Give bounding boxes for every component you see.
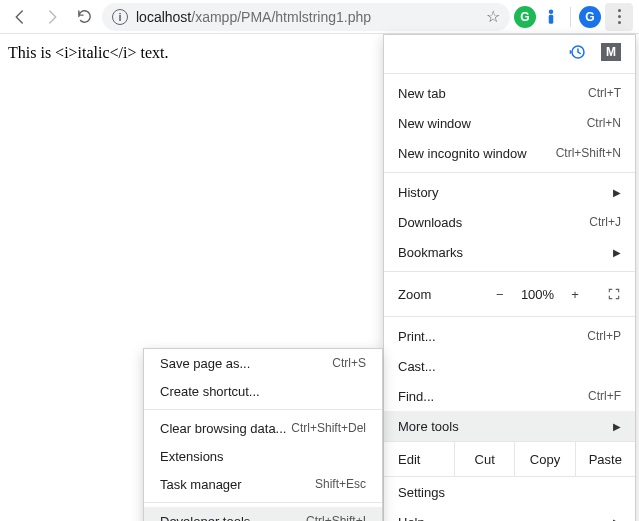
chevron-right-icon: ▶ bbox=[613, 247, 621, 258]
chrome-menu-button[interactable] bbox=[605, 3, 633, 31]
history-icon[interactable] bbox=[569, 43, 587, 61]
menu-print[interactable]: Print...Ctrl+P bbox=[384, 321, 635, 351]
menu-paste[interactable]: Paste bbox=[575, 442, 635, 476]
menu-cast[interactable]: Cast... bbox=[384, 351, 635, 381]
menu-new-window[interactable]: New windowCtrl+N bbox=[384, 108, 635, 138]
bookmark-star-icon[interactable]: ☆ bbox=[486, 7, 500, 26]
site-info-icon[interactable]: i bbox=[112, 9, 128, 25]
menu-zoom: Zoom − 100% + bbox=[384, 276, 635, 312]
menu-help[interactable]: Help▶ bbox=[384, 507, 635, 521]
extension-grammarly-icon[interactable]: G bbox=[514, 6, 536, 28]
submenu-developer-tools[interactable]: Developer toolsCtrl+Shift+I bbox=[144, 507, 382, 521]
reload-button[interactable] bbox=[70, 3, 98, 31]
menu-cut[interactable]: Cut bbox=[454, 442, 514, 476]
menu-settings[interactable]: Settings bbox=[384, 477, 635, 507]
forward-button[interactable] bbox=[38, 3, 66, 31]
svg-point-0 bbox=[549, 9, 554, 14]
toolbar-separator bbox=[570, 7, 571, 27]
menu-downloads[interactable]: DownloadsCtrl+J bbox=[384, 207, 635, 237]
menu-bookmarks[interactable]: Bookmarks▶ bbox=[384, 237, 635, 267]
chevron-right-icon: ▶ bbox=[613, 187, 621, 198]
extension-icon[interactable] bbox=[540, 6, 562, 28]
menu-incognito[interactable]: New incognito windowCtrl+Shift+N bbox=[384, 138, 635, 168]
menu-more-tools[interactable]: More tools▶ bbox=[384, 411, 635, 441]
address-bar[interactable]: i localhost/xampp/PMA/htmlstring1.php ☆ bbox=[102, 3, 510, 31]
more-tools-submenu: Save page as...Ctrl+S Create shortcut...… bbox=[143, 348, 383, 521]
zoom-out-button[interactable]: − bbox=[493, 287, 507, 302]
submenu-clear-browsing-data[interactable]: Clear browsing data...Ctrl+Shift+Del bbox=[144, 414, 382, 442]
back-button[interactable] bbox=[6, 3, 34, 31]
chevron-right-icon: ▶ bbox=[613, 517, 621, 522]
edit-label: Edit bbox=[384, 442, 454, 476]
page-text: This is <i>italic</i> text. bbox=[8, 44, 169, 61]
chrome-main-menu: M New tabCtrl+T New windowCtrl+N New inc… bbox=[383, 34, 636, 521]
menu-find[interactable]: Find...Ctrl+F bbox=[384, 381, 635, 411]
zoom-label: Zoom bbox=[398, 287, 468, 302]
zoom-in-button[interactable]: + bbox=[568, 287, 582, 302]
mega-extension-icon[interactable]: M bbox=[601, 43, 621, 61]
submenu-save-page-as[interactable]: Save page as...Ctrl+S bbox=[144, 349, 382, 377]
menu-new-tab[interactable]: New tabCtrl+T bbox=[384, 78, 635, 108]
browser-toolbar: i localhost/xampp/PMA/htmlstring1.php ☆ … bbox=[0, 0, 639, 34]
chevron-right-icon: ▶ bbox=[613, 421, 621, 432]
submenu-create-shortcut[interactable]: Create shortcut... bbox=[144, 377, 382, 405]
submenu-task-manager[interactable]: Task managerShift+Esc bbox=[144, 470, 382, 498]
profile-avatar[interactable]: G bbox=[579, 6, 601, 28]
submenu-extensions[interactable]: Extensions bbox=[144, 442, 382, 470]
zoom-level: 100% bbox=[521, 287, 554, 302]
svg-rect-1 bbox=[549, 14, 554, 23]
fullscreen-button[interactable] bbox=[607, 287, 621, 301]
menu-edit-row: Edit Cut Copy Paste bbox=[384, 441, 635, 477]
menu-copy[interactable]: Copy bbox=[514, 442, 574, 476]
url-text: localhost/xampp/PMA/htmlstring1.php bbox=[136, 9, 478, 25]
menu-history[interactable]: History▶ bbox=[384, 177, 635, 207]
